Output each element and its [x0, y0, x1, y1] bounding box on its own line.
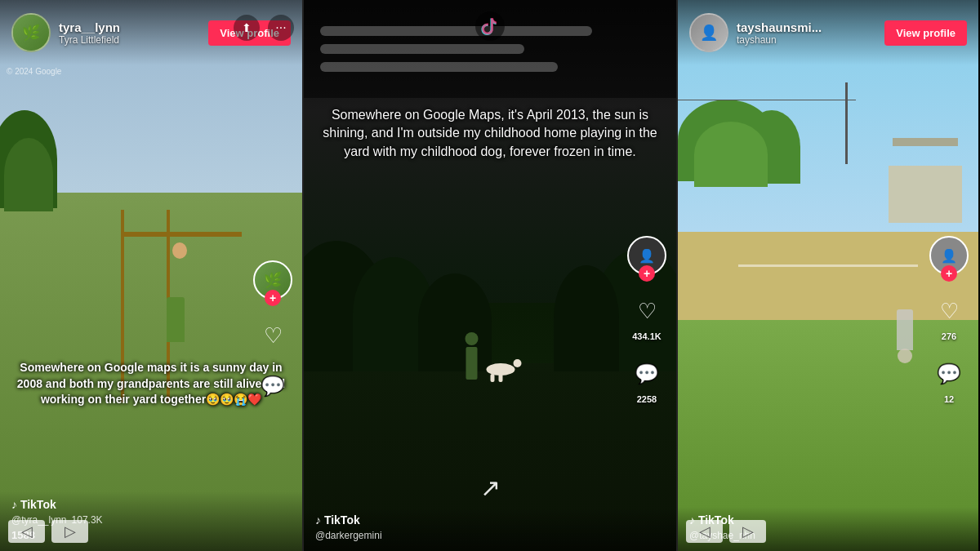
view-profile-button-right[interactable]: View profile — [884, 20, 967, 46]
side-actions-left: 🌿 + ♡ 💬 — [253, 260, 292, 404]
user-info-left: tyra__lynn Tyra Littlefield — [59, 20, 200, 46]
more-icon[interactable]: ··· — [268, 15, 294, 41]
nav-arrows-left: ◁ ▷ — [8, 520, 88, 543]
video-panel-left: © 2024 Google 🌿 tyra__lynn Tyra Littlefi… — [0, 0, 302, 551]
side-actions-center: 👤 + ♡ 434.1K 💬 2258 — [627, 236, 666, 404]
heart-icon-right: ♡ — [931, 293, 967, 329]
comment-icon-center: 💬 — [629, 356, 665, 392]
caption-center: Somewhere on Google Maps, it's April 201… — [304, 106, 676, 161]
creator-avatar-center[interactable]: 👤 + — [627, 236, 666, 278]
comment-action-center[interactable]: 💬 2258 — [629, 356, 665, 404]
comment-action-right[interactable]: 💬 12 — [931, 356, 967, 404]
like-action-center[interactable]: ♡ 434.1K — [629, 293, 665, 341]
share-icon[interactable]: ⬆ — [234, 15, 260, 41]
comment-count-center: 2258 — [637, 394, 657, 404]
heart-icon-center: ♡ — [629, 293, 665, 329]
realname-left: Tyra Littlefield — [59, 34, 200, 46]
tiktok-watermark-center: ♪ TikTok — [315, 513, 665, 527]
comment-count-right: 12 — [944, 394, 954, 404]
svg-point-0 — [475, 11, 505, 41]
user-info-right: tayshaunsmi... tayshaun — [737, 20, 876, 46]
realname-right: tayshaun — [737, 34, 876, 46]
username-left: tyra__lynn — [59, 20, 200, 34]
share-action-center[interactable]: ↗ — [480, 473, 501, 502]
heart-icon: ♡ — [255, 318, 291, 353]
like-count-center: 434.1K — [632, 331, 661, 341]
handle-center: @darkergemini — [315, 530, 665, 541]
avatar-left: 🌿 — [11, 13, 51, 52]
follow-plus-button[interactable]: + — [265, 290, 281, 306]
username-right: tayshaunsmi... — [737, 20, 876, 34]
google-watermark: © 2024 Google — [7, 67, 61, 76]
bottom-bar-center: ♪ TikTok @darkergemini — [304, 507, 676, 551]
video-panel-right: 👤 tayshaunsmi... tayshaun View profile 👤… — [678, 0, 978, 551]
side-actions-right: 👤 + ♡ 276 💬 12 — [929, 236, 969, 404]
video-panel-center: .tt1{fill:#ff0050}.tt2{fill:#00f2ea}.tt3… — [302, 0, 678, 551]
like-count-right: 276 — [942, 331, 956, 341]
nav-arrow-right-right-panel[interactable]: ▷ — [729, 520, 766, 543]
avatar-right: 👤 — [689, 13, 728, 52]
creator-avatar-right[interactable]: 👤 + — [929, 236, 969, 278]
follow-plus-right[interactable]: + — [941, 265, 957, 282]
nav-arrow-right-left-panel[interactable]: ▷ — [51, 520, 88, 543]
tiktok-logo-bottom-center: ♪ TikTok — [315, 513, 360, 527]
header-right: 👤 tayshaunsmi... tayshaun View profile — [678, 0, 978, 65]
creator-avatar-item[interactable]: 🌿 + — [253, 260, 292, 303]
nav-arrow-left[interactable]: ◁ — [8, 520, 45, 543]
nav-arrow-left-right-panel[interactable]: ◁ — [686, 520, 723, 543]
tiktok-watermark-left: ♪ TikTok — [11, 498, 291, 511]
nav-arrows-right: ◁ ▷ — [686, 520, 766, 543]
follow-plus-center[interactable]: + — [639, 265, 655, 282]
comment-icon-right: 💬 — [931, 356, 967, 392]
top-icons-left: ⬆ ··· — [234, 15, 294, 41]
comment-action[interactable]: 💬 — [255, 368, 291, 404]
share-icon-center: ↗ — [480, 473, 501, 502]
tiktok-logo-center-header: .tt1{fill:#ff0050}.tt2{fill:#00f2ea}.tt3… — [475, 11, 505, 41]
like-action-right[interactable]: ♡ 276 — [931, 293, 967, 341]
like-action[interactable]: ♡ — [255, 318, 291, 353]
tiktok-logo-left: ♪ TikTok — [11, 498, 56, 511]
comment-icon: 💬 — [255, 368, 291, 404]
tiktok-icon-svg: .tt1{fill:#ff0050}.tt2{fill:#00f2ea}.tt3… — [475, 11, 505, 41]
